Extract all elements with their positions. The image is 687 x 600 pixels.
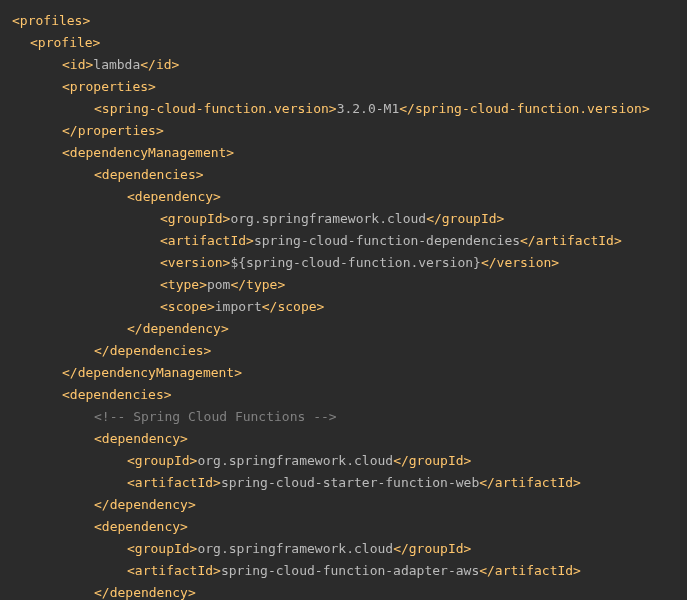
xml-tag: </version> [481,255,559,270]
code-line: <groupId>org.springframework.cloud</grou… [0,538,687,560]
code-line: <dependencies> [0,384,687,406]
xml-text: pom [207,277,230,292]
xml-tag: </artifactId> [520,233,622,248]
xml-text: org.springframework.cloud [197,541,393,556]
code-line: <artifactId>spring-cloud-starter-functio… [0,472,687,494]
code-line: <properties> [0,76,687,98]
xml-tag: </dependencies> [94,343,211,358]
code-line: </dependency> [0,318,687,340]
xml-text: import [215,299,262,314]
code-line: </dependency> [0,582,687,600]
code-line: <dependency> [0,516,687,538]
xml-text: spring-cloud-starter-function-web [221,475,479,490]
code-line: <version>${spring-cloud-function.version… [0,252,687,274]
xml-text: 3.2.0-M1 [337,101,400,116]
xml-tag: </dependency> [94,497,196,512]
code-line: <spring-cloud-function.version>3.2.0-M1<… [0,98,687,120]
xml-tag: </scope> [262,299,325,314]
xml-variable: ${spring-cloud-function.version} [230,255,480,270]
xml-text: spring-cloud-function-adapter-aws [221,563,479,578]
code-line: </dependencyManagement> [0,362,687,384]
code-line: <dependencyManagement> [0,142,687,164]
xml-tag: <dependencies> [62,387,172,402]
xml-tag: <groupId> [127,453,197,468]
code-line: <scope>import</scope> [0,296,687,318]
xml-text: org.springframework.cloud [230,211,426,226]
xml-text: spring-cloud-function-dependencies [254,233,520,248]
code-line: <dependency> [0,428,687,450]
code-line: <id>lambda</id> [0,54,687,76]
code-line: <artifactId>spring-cloud-function-adapte… [0,560,687,582]
xml-comment: <!-- Spring Cloud Functions --> [94,409,337,424]
code-line: <artifactId>spring-cloud-function-depend… [0,230,687,252]
xml-tag: </groupId> [426,211,504,226]
code-line: </properties> [0,120,687,142]
xml-text: lambda [93,57,140,72]
xml-tag: <profiles> [12,13,90,28]
xml-tag: </artifactId> [479,563,581,578]
xml-tag: <artifactId> [127,563,221,578]
xml-tag: <properties> [62,79,156,94]
xml-tag: </id> [140,57,179,72]
code-editor[interactable]: <profiles> <profile> <id>lambda</id> <pr… [0,10,687,600]
code-line: <dependency> [0,186,687,208]
code-line: </dependencies> [0,340,687,362]
code-line: <!-- Spring Cloud Functions --> [0,406,687,428]
xml-tag: <artifactId> [127,475,221,490]
xml-tag: <id> [62,57,93,72]
xml-tag: </dependency> [94,585,196,600]
xml-tag: </groupId> [393,541,471,556]
code-line: <dependencies> [0,164,687,186]
xml-tag: <dependencies> [94,167,204,182]
xml-tag: </dependency> [127,321,229,336]
code-line: <type>pom</type> [0,274,687,296]
xml-tag: <artifactId> [160,233,254,248]
xml-tag: <profile> [30,35,100,50]
xml-tag: </type> [230,277,285,292]
xml-tag: <groupId> [160,211,230,226]
code-line: </dependency> [0,494,687,516]
xml-tag: <type> [160,277,207,292]
xml-text: org.springframework.cloud [197,453,393,468]
code-line: <groupId>org.springframework.cloud</grou… [0,450,687,472]
xml-tag: </artifactId> [479,475,581,490]
xml-tag: </groupId> [393,453,471,468]
xml-tag: <groupId> [127,541,197,556]
xml-tag: <version> [160,255,230,270]
xml-tag: </dependencyManagement> [62,365,242,380]
xml-tag: <scope> [160,299,215,314]
code-line: <profiles> [0,10,687,32]
xml-tag: <dependency> [94,519,188,534]
xml-tag: </spring-cloud-function.version> [399,101,649,116]
xml-tag: <dependency> [94,431,188,446]
xml-tag: <spring-cloud-function.version> [94,101,337,116]
code-line: <profile> [0,32,687,54]
xml-tag: </properties> [62,123,164,138]
xml-tag: <dependencyManagement> [62,145,234,160]
xml-tag: <dependency> [127,189,221,204]
code-line: <groupId>org.springframework.cloud</grou… [0,208,687,230]
